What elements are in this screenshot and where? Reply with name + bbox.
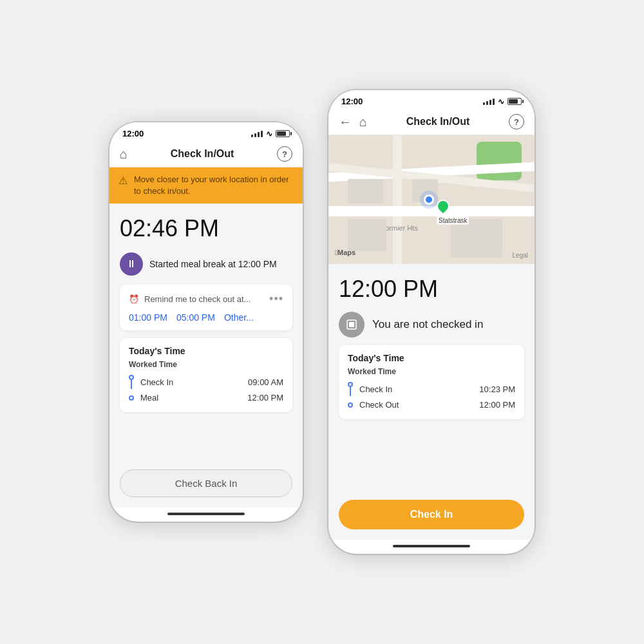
reminder-text: Remind me to check out at... — [144, 294, 251, 304]
nav-bar-1: ⌂ Check In/Out ? — [109, 142, 303, 167]
location-label: Statstrask — [437, 216, 469, 225]
not-checked-in-text: You are not checked in — [372, 318, 483, 331]
signal-icon — [251, 131, 263, 137]
time-display-2: 12:00 PM — [339, 276, 524, 303]
user-location-dot — [424, 194, 434, 205]
check-back-in-button[interactable]: Check Back In — [120, 469, 292, 497]
time-entry-checkin: Check In 09:00 AM — [129, 373, 283, 391]
line-1 — [131, 380, 132, 389]
wifi-icon-2: ∿ — [498, 97, 504, 106]
dot-line-4 — [348, 402, 353, 408]
bottom-btn-area-2: Check In — [328, 492, 535, 540]
back-button[interactable]: ← — [339, 115, 352, 129]
time-entry-checkout: Check Out 12:00 PM — [348, 398, 515, 412]
map-road-main — [328, 206, 535, 216]
time-entries-2: Check In 10:23 PM Check Out 12:00 PM — [348, 380, 515, 412]
reminder-header: ⏰ Remind me to check out at... ••• — [129, 292, 283, 306]
dot-2 — [129, 395, 134, 401]
map-building-3 — [348, 219, 386, 251]
more-options-icon[interactable]: ••• — [269, 292, 283, 306]
entry-label-checkout: Check Out — [359, 400, 399, 410]
destination-pin — [437, 200, 450, 215]
status-time-1: 12:00 — [122, 129, 144, 138]
map-area: Cormier Hts Statstrask Maps Legal — [328, 135, 535, 264]
map-road-2 — [393, 135, 402, 264]
entry-label-meal: Meal — [140, 393, 158, 402]
todays-time-card-2: Today's Time Worked Time Check In 10:23 … — [339, 345, 524, 419]
reminder-time-1[interactable]: 01:00 PM — [129, 312, 167, 323]
check-in-button[interactable]: Check In — [339, 500, 524, 529]
clock-icon: ⏰ — [129, 294, 139, 304]
dot-line-3 — [348, 382, 353, 396]
battery-icon — [276, 130, 290, 137]
phone-1: 12:00 ∿ ⌂ Check In/Out ? ⚠ Move closer t… — [109, 122, 303, 522]
activity-text: Started meal break at 12:00 PM — [149, 259, 277, 269]
home-indicator-1 — [167, 513, 245, 515]
alert-banner: ⚠ Move closer to your work location in o… — [109, 167, 303, 204]
activity-row: ⏸ Started meal break at 12:00 PM — [120, 251, 292, 277]
worked-time-label-1: Worked Time — [129, 360, 283, 369]
status-icons-1: ∿ — [251, 129, 290, 138]
status-time-2: 12:00 — [341, 97, 363, 106]
time-entry-checkin-2: Check In 10:23 PM — [348, 380, 515, 398]
worked-time-label-2: Worked Time — [348, 367, 515, 376]
wifi-icon: ∿ — [266, 129, 272, 138]
help-button-1[interactable]: ? — [277, 146, 292, 162]
entry-label-checkin-2: Check In — [359, 384, 392, 394]
entry-label-checkin-1: Check In — [140, 377, 173, 387]
reminder-label: ⏰ Remind me to check out at... — [129, 294, 251, 304]
map-building-4 — [451, 219, 502, 258]
alert-icon: ⚠ — [118, 175, 128, 187]
entry-time-meal: 12:00 PM — [247, 393, 283, 402]
map-building-1 — [348, 179, 383, 204]
dot-1 — [129, 375, 134, 380]
map-green-park — [477, 142, 522, 180]
scroll-content-1: 02:46 PM ⏸ Started meal break at 12:00 P… — [109, 204, 303, 462]
svg-rect-2 — [349, 322, 354, 327]
status-row: You are not checked in — [339, 312, 524, 337]
phone-2: 12:00 ∿ ← ⌂ Check In/Out ? — [328, 90, 535, 554]
entry-time-checkin-2: 10:23 PM — [479, 384, 515, 394]
bottom-btn-area-1: Check Back In — [109, 462, 303, 507]
scroll-content-2: 12:00 PM You are not checked in Today's … — [328, 264, 535, 492]
entry-time-checkin-1: 09:00 AM — [248, 377, 283, 387]
time-card-title-1: Today's Time — [129, 346, 283, 356]
line-3 — [350, 387, 351, 396]
help-button-2[interactable]: ? — [509, 114, 524, 129]
battery-icon-2 — [507, 98, 522, 105]
entry-time-checkout: 12:00 PM — [479, 400, 515, 410]
svg-text:Maps: Maps — [335, 249, 355, 256]
time-entry-meal: Meal 12:00 PM — [129, 391, 283, 404]
dot-line-2 — [129, 395, 134, 401]
signal-icon-2 — [483, 99, 495, 105]
not-checked-in-icon — [339, 312, 365, 337]
home-icon[interactable]: ⌂ — [120, 147, 128, 162]
nav-bar-2: ← ⌂ Check In/Out ? — [328, 110, 535, 135]
home-indicator-2 — [393, 545, 470, 547]
reminder-time-2[interactable]: 05:00 PM — [176, 312, 215, 323]
time-display-1: 02:46 PM — [120, 215, 292, 242]
reminder-card: ⏰ Remind me to check out at... ••• 01:00… — [120, 285, 292, 330]
home-icon-2[interactable]: ⌂ — [359, 115, 367, 129]
dot-4 — [348, 402, 353, 408]
pin-body — [434, 197, 452, 215]
todays-time-card-1: Today's Time Worked Time Check In 09:00 … — [120, 338, 292, 412]
reminder-time-other[interactable]: Other... — [224, 312, 254, 323]
time-entries-1: Check In 09:00 AM Meal 12:00 PM — [129, 373, 283, 404]
meal-break-icon: ⏸ — [120, 252, 143, 276]
maps-branding: Maps — [335, 248, 361, 259]
reminder-times: 01:00 PM 05:00 PM Other... — [129, 312, 283, 323]
status-icons-2: ∿ — [483, 97, 522, 106]
nav-title-1: Check In/Out — [171, 148, 234, 160]
legal-label: Legal — [513, 252, 528, 259]
alert-text: Move closer to your work location in ord… — [134, 174, 294, 197]
time-card-title-2: Today's Time — [348, 353, 515, 363]
status-bar-2: 12:00 ∿ — [328, 90, 535, 110]
dot-line-1 — [129, 375, 134, 389]
nav-title-2: Check In/Out — [406, 116, 470, 128]
status-bar-1: 12:00 ∿ — [109, 122, 303, 142]
dot-3 — [348, 382, 353, 387]
